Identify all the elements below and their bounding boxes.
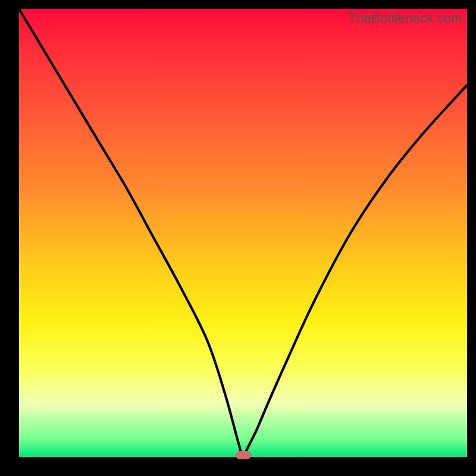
optimal-point-marker bbox=[236, 451, 251, 459]
chart-plot-area: TheBottleneck.com bbox=[19, 9, 467, 457]
bottleneck-curve-path bbox=[19, 9, 467, 457]
bottleneck-curve bbox=[19, 9, 467, 457]
chart-frame: TheBottleneck.com bbox=[9, 9, 467, 467]
